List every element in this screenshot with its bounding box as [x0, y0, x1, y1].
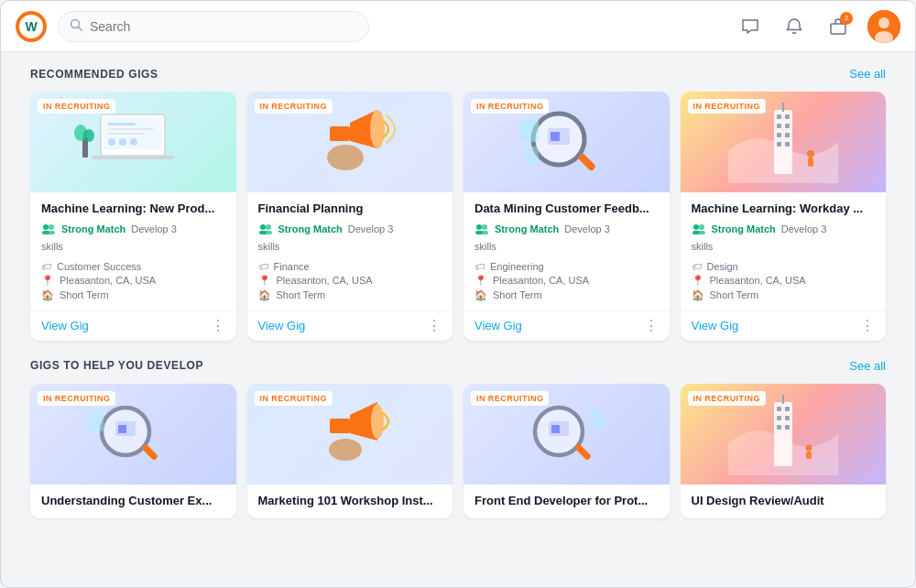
- develop-card-title-1: Understanding Customer Ex...: [30, 485, 236, 518]
- svg-rect-80: [806, 452, 812, 459]
- develop-card-badge-2: IN RECRUITING: [255, 391, 333, 406]
- svg-rect-53: [808, 158, 813, 167]
- card-image-2: IN RECRUITING: [247, 92, 453, 192]
- svg-rect-68: [551, 425, 560, 433]
- svg-point-21: [43, 224, 49, 230]
- header: W: [1, 1, 915, 52]
- chat-button[interactable]: [736, 12, 765, 41]
- gig-card-1[interactable]: IN RECRUITING: [30, 92, 236, 341]
- svg-rect-11: [108, 123, 136, 125]
- svg-rect-70: [589, 409, 604, 428]
- card-footer-4: View Gig ⋮: [681, 310, 887, 341]
- more-button-3[interactable]: ⋮: [644, 319, 659, 333]
- svg-rect-73: [785, 407, 790, 411]
- svg-point-15: [119, 138, 126, 146]
- card-footer-1: View Gig ⋮: [30, 310, 236, 341]
- svg-rect-37: [525, 147, 539, 165]
- skills-label-1: skills: [41, 241, 225, 252]
- svg-point-54: [693, 224, 699, 230]
- recommended-gigs-see-all[interactable]: See all: [849, 67, 886, 81]
- develop-card-image-3: IN RECRUITING: [463, 384, 670, 485]
- develop-label-4: Develop 3: [781, 223, 827, 234]
- develop-card-badge-1: IN RECRUITING: [38, 391, 115, 406]
- card-badge-1: IN RECRUITING: [38, 99, 115, 114]
- recommended-gigs-header: RECOMMENDED GIGS See all: [30, 67, 886, 81]
- develop-gigs-see-all[interactable]: See all: [849, 359, 886, 373]
- card-badge-4: IN RECRUITING: [688, 99, 766, 114]
- card-tags-4: 🏷 Design 📍 Pleasanton, CA, USA 🏠 Short T…: [692, 261, 876, 301]
- svg-point-27: [370, 110, 385, 148]
- svg-point-20: [83, 129, 94, 142]
- card-image-1: IN RECRUITING: [30, 92, 236, 192]
- view-gig-link-1[interactable]: View Gig: [41, 319, 89, 332]
- svg-point-22: [49, 224, 54, 230]
- svg-point-7: [878, 17, 889, 28]
- svg-rect-51: [782, 103, 784, 112]
- view-gig-link-3[interactable]: View Gig: [474, 319, 522, 332]
- svg-rect-13: [108, 133, 145, 135]
- develop-gigs-title: GIGS TO HELP YOU DEVELOP: [30, 359, 203, 372]
- more-button-2[interactable]: ⋮: [427, 319, 442, 333]
- card-footer-2: View Gig ⋮: [247, 310, 453, 341]
- develop-gig-card-4[interactable]: IN RECRUITING: [681, 384, 887, 518]
- svg-point-39: [482, 224, 487, 230]
- card-title-1: Machine Learning: New Prod...: [41, 201, 225, 217]
- match-label-3: Strong Match: [495, 223, 559, 234]
- develop-gig-card-1[interactable]: IN RECRUITING Understanding Customer E: [30, 384, 236, 518]
- user-avatar[interactable]: [867, 10, 900, 43]
- svg-point-79: [805, 444, 812, 451]
- match-label-1: Strong Match: [61, 223, 125, 234]
- main-content: RECOMMENDED GIGS See all IN RECRUITING: [1, 52, 915, 587]
- gig-card-3[interactable]: IN RECRUITING: [463, 92, 670, 341]
- bag-button[interactable]: 2: [823, 12, 853, 41]
- develop-card-title-3: Front End Developer for Prot...: [463, 485, 670, 518]
- card-match-2: Strong Match Develop 3: [258, 223, 442, 235]
- gig-card-4[interactable]: IN RECRUITING: [681, 92, 887, 341]
- develop-card-badge-4: IN RECRUITING: [688, 391, 766, 406]
- svg-rect-34: [551, 132, 560, 141]
- develop-gigs-grid: IN RECRUITING Understanding Customer E: [30, 384, 886, 518]
- develop-label-3: Develop 3: [564, 223, 610, 234]
- more-button-4[interactable]: ⋮: [860, 319, 875, 333]
- svg-rect-26: [330, 126, 350, 141]
- search-input[interactable]: [90, 19, 357, 34]
- svg-point-29: [266, 224, 271, 230]
- develop-gigs-section: GIGS TO HELP YOU DEVELOP See all IN RECR…: [30, 359, 886, 518]
- card-match-1: Strong Match Develop 3: [41, 223, 225, 235]
- svg-point-38: [476, 224, 482, 230]
- svg-rect-5: [831, 24, 845, 34]
- develop-gigs-header: GIGS TO HELP YOU DEVELOP See all: [30, 359, 886, 373]
- card-image-4: IN RECRUITING: [681, 92, 887, 192]
- card-body-2: Financial Planning Strong Match Develop …: [247, 192, 453, 310]
- gig-card-2[interactable]: IN RECRUITING: [247, 92, 453, 341]
- develop-gig-card-2[interactable]: IN RECRUITING Marketing 101 Workshop I: [247, 384, 453, 518]
- svg-rect-48: [785, 133, 790, 137]
- view-gig-link-2[interactable]: View Gig: [258, 319, 306, 332]
- notification-button[interactable]: [780, 12, 809, 41]
- card-body-3: Data Mining Customer Feedb... Strong Mat…: [463, 192, 670, 310]
- card-match-4: Strong Match Develop 3: [692, 223, 876, 235]
- workday-logo[interactable]: W: [16, 11, 47, 42]
- recommended-gigs-title: RECOMMENDED GIGS: [30, 68, 158, 81]
- more-button-1[interactable]: ⋮: [211, 319, 225, 333]
- develop-label-2: Develop 3: [348, 223, 394, 234]
- svg-rect-62: [87, 411, 104, 431]
- svg-rect-72: [777, 407, 781, 411]
- svg-rect-75: [785, 416, 790, 420]
- svg-point-25: [327, 145, 364, 170]
- develop-label-1: Develop 3: [131, 223, 177, 234]
- develop-card-image-4: IN RECRUITING: [681, 384, 887, 485]
- svg-rect-47: [777, 133, 781, 137]
- svg-point-65: [371, 404, 384, 439]
- search-bar[interactable]: [58, 11, 369, 42]
- view-gig-link-4[interactable]: View Gig: [692, 319, 739, 332]
- svg-rect-42: [774, 110, 792, 174]
- svg-rect-24: [48, 231, 55, 234]
- develop-gig-card-3[interactable]: IN RECRUITING Front End Developer for: [463, 384, 670, 518]
- svg-rect-41: [481, 231, 488, 234]
- svg-point-52: [807, 150, 814, 158]
- svg-rect-76: [777, 425, 781, 430]
- develop-card-title-4: UI Design Review/Audit: [681, 485, 887, 518]
- svg-rect-46: [785, 124, 790, 128]
- svg-rect-74: [777, 416, 781, 420]
